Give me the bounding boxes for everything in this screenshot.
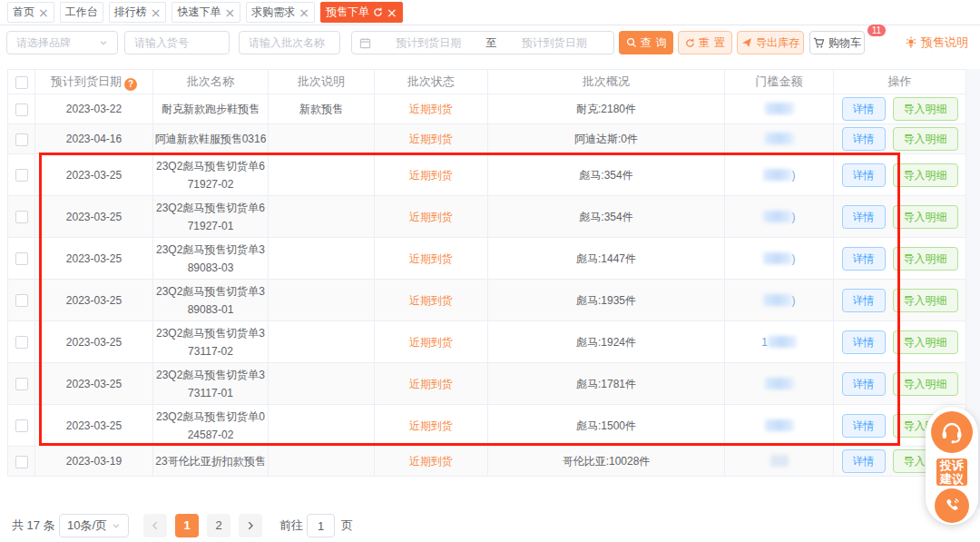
headset-icon — [939, 419, 965, 445]
brand-select[interactable]: 请选择品牌 — [6, 31, 118, 54]
table-row: 2023-03-19 23哥伦比亚折扣款预售 近期到货 哥伦比亚:10028件 … — [8, 447, 966, 477]
table-body: 2023-03-22 耐克新款跑步鞋预售 新款预售 近期到货 耐克:2180件 … — [8, 94, 966, 477]
page-size-select[interactable]: 10条/页 — [59, 514, 129, 537]
cart-button-label: 购物车 — [828, 35, 861, 51]
export-stock-button[interactable]: 导出库存 — [737, 31, 804, 54]
date-start-placeholder[interactable]: 预计到货日期 — [377, 35, 481, 51]
detail-button[interactable]: 详情 — [842, 414, 886, 438]
next-page-button[interactable] — [239, 514, 262, 537]
threshold-masked-value — [770, 455, 789, 467]
goto-page-input[interactable]: 1 — [307, 514, 335, 537]
search-button[interactable]: 查询 — [619, 31, 673, 54]
col-note: 批次说明 — [269, 70, 375, 94]
presale-info-link[interactable]: 预售说明 — [905, 31, 968, 54]
import-button[interactable]: 导入明细 — [893, 247, 958, 271]
detail-button[interactable]: 详情 — [842, 372, 886, 396]
prev-page-button[interactable] — [143, 514, 167, 537]
customer-service-button[interactable] — [931, 411, 973, 453]
row-checkbox[interactable] — [15, 456, 28, 468]
detail-button[interactable]: 详情 — [842, 127, 886, 151]
sku-input[interactable]: 请输入货号 — [124, 31, 230, 54]
import-button[interactable]: 导入明细 — [893, 205, 958, 229]
row-checkbox[interactable] — [15, 133, 28, 146]
row-checkbox[interactable] — [15, 252, 28, 265]
cell-overview: 彪马:1935件 — [488, 280, 725, 321]
cell-name: 23Q2彪马预售切货单6 71927-01 — [153, 196, 269, 238]
threshold-masked-value — [765, 103, 794, 114]
import-button[interactable]: 导入明细 — [893, 330, 958, 354]
search-button-label: 查询 — [641, 35, 671, 51]
complaint-suggestion-button[interactable]: 投诉 建议 — [936, 458, 967, 486]
threshold-suffix: ) — [792, 294, 796, 307]
cell-note — [269, 363, 375, 405]
detail-button[interactable]: 详情 — [842, 97, 886, 121]
import-button[interactable]: 导入明细 — [893, 372, 958, 396]
threshold-prefix: 1 — [761, 336, 768, 349]
detail-button[interactable]: 详情 — [842, 289, 886, 312]
question-icon[interactable]: ? — [124, 78, 137, 91]
cell-threshold — [725, 124, 834, 154]
cell-status: 近期到货 — [375, 280, 488, 321]
select-all-checkbox[interactable] — [15, 76, 28, 89]
cart-button[interactable]: 购物车 — [809, 31, 865, 54]
tab-close-icon[interactable]: × — [299, 6, 309, 19]
detail-button[interactable]: 详情 — [842, 205, 886, 229]
import-button[interactable]: 导入明细 — [893, 163, 958, 187]
cell-threshold — [725, 363, 834, 405]
row-checkbox[interactable] — [15, 103, 28, 116]
cell-name: 23Q2彪马预售切货单3 89083-01 — [153, 280, 269, 321]
row-checkbox[interactable] — [15, 378, 28, 390]
table-row: 2023-03-25 23Q2彪马预售切货单3 89083-03 近期到货 彪马… — [8, 238, 966, 280]
cell-overview: 彪马:1500件 — [488, 405, 725, 447]
cell-actions: 详情导入明细 — [834, 280, 966, 321]
cell-overview: 阿迪达斯:0件 — [488, 124, 725, 154]
cell-date: 2023-03-25 — [35, 405, 153, 447]
import-button[interactable]: 导入明细 — [893, 289, 958, 312]
detail-button[interactable]: 详情 — [842, 330, 886, 354]
page-button-1[interactable]: 1 — [175, 514, 199, 537]
table-row: 2023-04-16 阿迪新款鞋服预售0316 近期到货 阿迪达斯:0件 详情导… — [8, 124, 966, 154]
row-checkbox[interactable] — [15, 419, 28, 432]
tab[interactable]: 预售下单 × — [320, 2, 403, 23]
detail-button[interactable]: 详情 — [842, 163, 886, 187]
cell-status: 近期到货 — [375, 94, 488, 124]
goto-label: 前往 — [279, 514, 303, 537]
tab[interactable]: 求购需求 × — [246, 2, 315, 23]
tab[interactable]: 快速下单 × — [172, 2, 240, 23]
page-button-2[interactable]: 2 — [207, 514, 230, 537]
cell-threshold: ) — [725, 196, 834, 238]
cell-status: 近期到货 — [375, 363, 488, 405]
tab[interactable]: 工作台 — [60, 2, 103, 23]
cell-actions: 详情导入明细 — [834, 196, 966, 238]
cell-overview: 彪马:1924件 — [488, 321, 725, 363]
detail-button[interactable]: 详情 — [842, 449, 886, 473]
tab-refresh-icon[interactable] — [373, 7, 383, 17]
reset-button[interactable]: 重置 — [678, 31, 732, 54]
row-checkbox[interactable] — [15, 294, 28, 307]
detail-button[interactable]: 详情 — [842, 247, 886, 271]
import-button[interactable]: 导入明细 — [893, 97, 958, 121]
calendar-icon — [359, 37, 371, 49]
import-button[interactable]: 导入明细 — [893, 127, 958, 151]
cell-note: 新款预售 — [269, 94, 375, 124]
tab[interactable]: 排行榜 × — [109, 2, 167, 23]
row-checkbox[interactable] — [15, 336, 28, 349]
page-size-value: 10条/页 — [67, 514, 107, 537]
tab-close-icon[interactable]: × — [38, 6, 49, 19]
tab-close-icon[interactable]: × — [387, 6, 397, 19]
threshold-masked-value — [763, 294, 792, 306]
tab-label: 求购需求 — [251, 5, 295, 20]
date-range-picker[interactable]: 预计到货日期 至 预计到货日期 — [351, 31, 614, 54]
tab[interactable]: 首页 × — [7, 2, 54, 23]
tab-close-icon[interactable]: × — [151, 6, 162, 19]
col-name: 批次名称 — [153, 70, 269, 94]
table-row: 2023-03-25 23Q2彪马预售切货单0 24587-02 近期到货 彪马… — [8, 405, 966, 447]
batch-name-input[interactable]: 请输入批次名称 — [239, 31, 340, 54]
row-checkbox[interactable] — [15, 169, 28, 182]
phone-button[interactable] — [935, 488, 969, 523]
table-row: 2023-03-25 23Q2彪马预售切货单6 71927-01 近期到货 彪马… — [8, 196, 966, 238]
tab-bar: 首页 × 工作台 排行榜 × 快速下单 × 求购需求 × 预售下单 × — [0, 0, 980, 25]
tab-close-icon[interactable]: × — [224, 6, 235, 19]
date-end-placeholder[interactable]: 预计到货日期 — [503, 35, 607, 51]
row-checkbox[interactable] — [15, 211, 28, 223]
